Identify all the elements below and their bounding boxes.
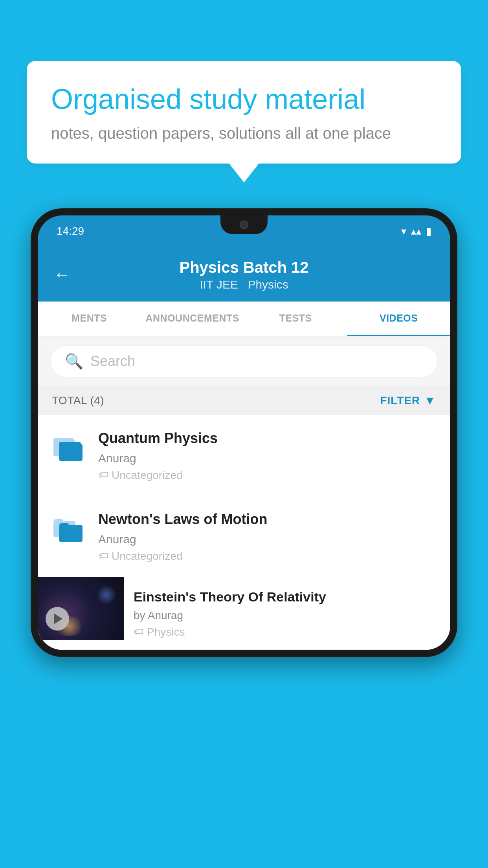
- speech-bubble-container: Organised study material notes, question…: [27, 61, 461, 182]
- filter-funnel-icon: ▼: [424, 394, 436, 407]
- phone-outer: 14:29 ▾ ▴▴ ▮ ← Physics Batch 12 IIT JEE …: [31, 208, 457, 657]
- total-label: TOTAL (4): [52, 394, 104, 407]
- video-thumbnail: [38, 577, 124, 640]
- tab-tests[interactable]: TESTS: [244, 302, 347, 337]
- video-title: Quantum Physics: [98, 429, 436, 448]
- video-info: Quantum Physics Anurag 🏷 Uncategorized: [98, 429, 436, 482]
- folder-icon: [52, 512, 86, 546]
- tab-ments[interactable]: MENTS: [38, 302, 141, 337]
- tab-announcements[interactable]: ANNOUNCEMENTS: [141, 302, 244, 337]
- play-button[interactable]: [46, 607, 69, 631]
- video-title: Einstein's Theory Of Relativity: [134, 588, 439, 605]
- video-author: Anurag: [98, 533, 436, 546]
- glow-orb2: [97, 585, 116, 605]
- status-time: 14:29: [57, 225, 84, 237]
- tag-icon: 🏷: [134, 626, 144, 638]
- video-author: by Anurag: [134, 609, 439, 622]
- video-tag-row: 🏷 Uncategorized: [98, 550, 436, 563]
- filter-button[interactable]: FILTER ▼: [380, 394, 436, 407]
- video-info: Newton's Laws of Motion Anurag 🏷 Uncateg…: [98, 510, 436, 563]
- filter-bar: TOTAL (4) FILTER ▼: [38, 386, 450, 415]
- tab-videos[interactable]: VIDEOS: [347, 302, 451, 337]
- search-icon: 🔍: [65, 353, 83, 370]
- search-box[interactable]: 🔍 Search: [50, 345, 438, 377]
- tabs-bar: MENTS ANNOUNCEMENTS TESTS VIDEOS: [38, 302, 450, 337]
- back-button[interactable]: ←: [53, 265, 71, 284]
- bubble-subtitle: notes, question papers, solutions all at…: [51, 125, 437, 142]
- video-title: Newton's Laws of Motion: [98, 510, 436, 529]
- filter-label: FILTER: [380, 394, 420, 407]
- bubble-title: Organised study material: [51, 82, 437, 116]
- phone-wrapper: 14:29 ▾ ▴▴ ▮ ← Physics Batch 12 IIT JEE …: [31, 208, 457, 868]
- tag-icon: 🏷: [98, 469, 108, 481]
- phone-notch: [220, 215, 268, 234]
- video-list: Quantum Physics Anurag 🏷 Uncategorized: [38, 415, 450, 650]
- thumbnail-background: [38, 577, 124, 640]
- app-header-title: Physics Batch 12: [179, 259, 308, 276]
- subtitle-physics: Physics: [248, 278, 288, 291]
- video-tag: Physics: [147, 626, 185, 638]
- search-placeholder-text: Search: [90, 353, 135, 370]
- wifi-icon: ▾: [401, 225, 406, 237]
- bubble-arrow: [229, 164, 259, 182]
- signal-icon: ▴▴: [411, 225, 421, 237]
- search-container: 🔍 Search: [38, 337, 450, 386]
- tag-icon: 🏷: [98, 550, 108, 562]
- list-item[interactable]: Einstein's Theory Of Relativity by Anura…: [38, 577, 450, 650]
- camera-dot: [240, 221, 248, 229]
- speech-bubble-card: Organised study material notes, question…: [27, 61, 461, 164]
- subtitle-iitjee: IIT JEE: [200, 278, 238, 291]
- video-tag: Uncategorized: [112, 550, 183, 563]
- video-tag-row: 🏷 Uncategorized: [98, 469, 436, 482]
- video-tag: Uncategorized: [112, 469, 183, 482]
- folder-icon: [52, 431, 86, 465]
- video-author: Anurag: [98, 452, 436, 465]
- play-triangle-icon: [54, 613, 62, 624]
- battery-icon: ▮: [426, 225, 431, 237]
- phone-screen: ← Physics Batch 12 IIT JEE Physics MENTS…: [38, 247, 450, 650]
- app-header: ← Physics Batch 12 IIT JEE Physics: [38, 247, 450, 302]
- status-icons: ▾ ▴▴ ▮: [401, 225, 431, 237]
- list-item[interactable]: Quantum Physics Anurag 🏷 Uncategorized: [38, 415, 450, 496]
- status-bar: 14:29 ▾ ▴▴ ▮: [38, 215, 450, 247]
- video-info: Einstein's Theory Of Relativity by Anura…: [124, 577, 450, 649]
- list-item[interactable]: Newton's Laws of Motion Anurag 🏷 Uncateg…: [38, 496, 450, 577]
- video-tag-row: 🏷 Physics: [134, 626, 439, 638]
- app-header-subtitle: IIT JEE Physics: [200, 278, 288, 291]
